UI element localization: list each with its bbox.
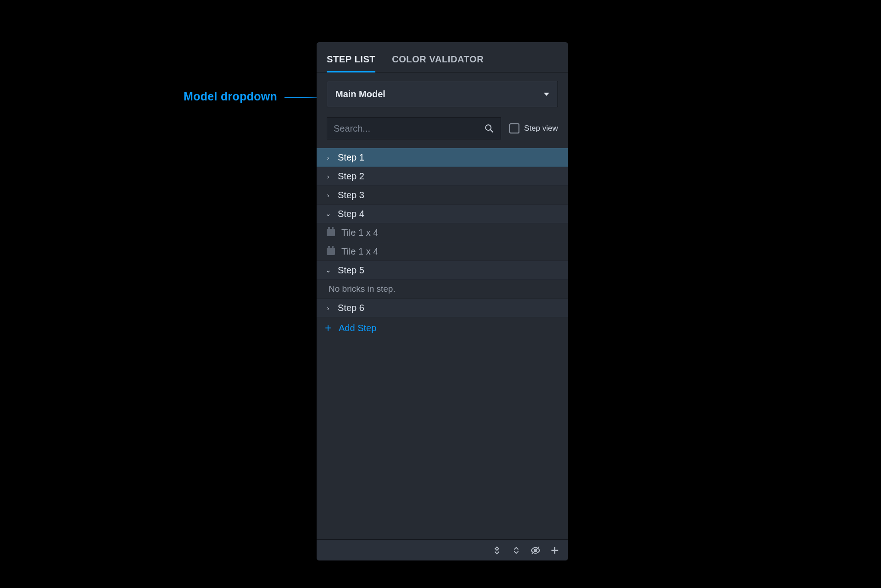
svg-line-1 [491,130,493,133]
brick-label: Tile 1 x 4 [341,246,378,257]
brick-icon [327,248,335,255]
step-label: Step 5 [338,265,364,276]
step-row[interactable]: › Step 2 [317,167,568,186]
step-view-label: Step view [524,124,558,133]
annotation-leader-line [284,97,319,98]
step-label: Step 4 [338,209,364,219]
step-row[interactable]: › Step 6 [317,299,568,317]
step-list-panel: STEP LIST COLOR VALIDATOR Main Model Ste… [317,42,568,560]
step-label: Step 1 [338,152,364,163]
step-row[interactable]: ⌄ Step 5 [317,261,568,280]
chevron-right-icon: › [325,154,331,161]
checkbox-icon [509,123,519,133]
annotation-label: Model dropdown [184,90,277,103]
brick-row[interactable]: Tile 1 x 4 [317,223,568,242]
chevron-down-icon: ⌄ [325,210,331,218]
tab-color-validator[interactable]: COLOR VALIDATOR [392,54,484,72]
brick-label: Tile 1 x 4 [341,227,378,238]
chevron-right-icon: › [325,304,331,312]
step-row[interactable]: › Step 1 [317,148,568,167]
visibility-off-icon[interactable] [530,545,541,555]
search-input[interactable] [334,123,484,134]
chevron-right-icon: › [325,172,331,180]
add-icon[interactable] [550,545,560,555]
model-dropdown-container: Main Model [317,72,568,110]
model-dropdown-value: Main Model [335,89,385,100]
model-dropdown[interactable]: Main Model [327,81,558,107]
tab-bar: STEP LIST COLOR VALIDATOR [317,42,568,72]
brick-row[interactable]: Tile 1 x 4 [317,242,568,261]
brick-icon [327,229,335,236]
step-empty-message: No bricks in step. [317,280,568,299]
panel-footer [317,539,568,560]
empty-text: No bricks in step. [329,284,396,294]
step-row[interactable]: › Step 3 [317,186,568,205]
step-label: Step 2 [338,171,364,182]
caret-down-icon [544,93,549,96]
step-row[interactable]: ⌄ Step 4 [317,205,568,223]
add-step-button[interactable]: + Add Step [317,317,568,338]
search-field[interactable] [327,117,501,139]
expand-all-icon[interactable] [511,545,521,555]
collapse-all-icon[interactable] [492,545,502,555]
chevron-down-icon: ⌄ [325,266,331,274]
step-view-toggle[interactable]: Step view [509,123,558,133]
step-list: › Step 1 › Step 2 › Step 3 ⌄ Step 4 Tile… [317,148,568,539]
step-label: Step 3 [338,190,364,200]
search-row: Step view [317,110,568,148]
chevron-right-icon: › [325,191,331,199]
add-step-label: Add Step [339,323,376,333]
plus-icon: + [325,322,331,334]
svg-point-0 [486,125,491,130]
step-label: Step 6 [338,303,364,313]
tab-step-list[interactable]: STEP LIST [327,54,375,72]
search-icon [484,123,494,133]
